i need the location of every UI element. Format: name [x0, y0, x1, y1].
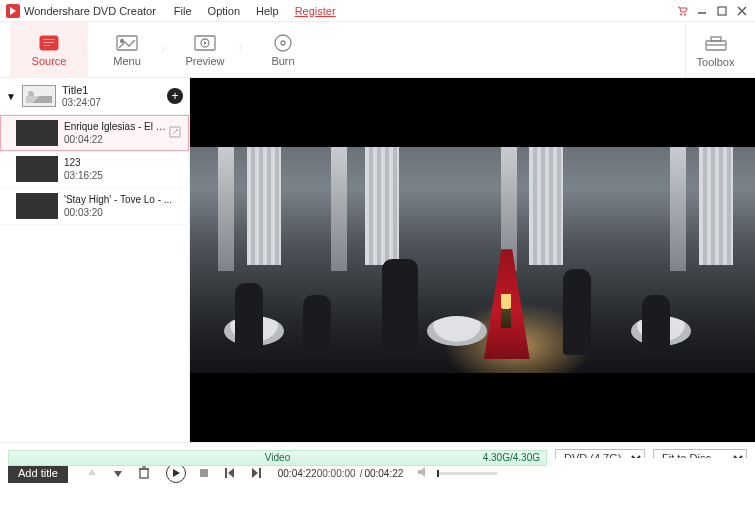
app-logo [6, 4, 20, 18]
time-total: 00:04:22 [364, 468, 403, 479]
clip-item[interactable]: Enrique Iglesias - El Per... 00:04:22 [0, 115, 189, 151]
app-name: Wondershare DVD Creator [24, 5, 156, 17]
tab-toolbox[interactable]: Toolbox [685, 22, 745, 77]
preview-panel [190, 78, 755, 442]
toolbox-icon [703, 32, 729, 54]
clip-name: 'Stay High' - Tove Lo - ... [64, 194, 183, 205]
clip-item[interactable]: 'Stay High' - Tove Lo - ... 00:03:20 [0, 188, 189, 225]
playhead-time: 00:04:22 [278, 468, 317, 479]
svg-rect-5 [43, 39, 55, 41]
next-button[interactable] [248, 465, 264, 481]
tab-source[interactable]: Source 〉 [10, 22, 88, 78]
video-preview[interactable] [190, 78, 755, 442]
tab-toolbox-label: Toolbox [697, 56, 735, 68]
source-icon [37, 33, 61, 53]
svg-point-12 [275, 35, 291, 51]
edit-clip-icon[interactable] [169, 126, 183, 140]
title-name: Title1 [62, 84, 167, 96]
title-row[interactable]: ▼ Title1 03:24:07 + [0, 78, 189, 115]
tab-burn[interactable]: Burn [244, 22, 322, 78]
tab-menu-label: Menu [113, 55, 141, 67]
clip-duration: 00:03:20 [64, 207, 183, 218]
delete-button[interactable] [136, 465, 152, 481]
play-button[interactable] [166, 463, 186, 483]
svg-point-0 [680, 13, 682, 15]
collapse-toggle[interactable]: ▼ [6, 91, 16, 102]
move-down-button[interactable] [110, 465, 126, 481]
svg-rect-15 [711, 37, 721, 41]
menu-option[interactable]: Option [208, 5, 240, 17]
svg-point-9 [121, 39, 124, 42]
move-up-button [84, 465, 100, 481]
menu-file[interactable]: File [174, 5, 192, 17]
menu-register[interactable]: Register [295, 5, 336, 17]
clip-thumbnail [16, 120, 58, 146]
svg-rect-3 [718, 7, 726, 15]
svg-rect-18 [140, 469, 148, 478]
clip-name: Enrique Iglesias - El Per... [64, 121, 169, 132]
clip-duration: 00:04:22 [64, 134, 169, 145]
stop-button[interactable] [196, 465, 212, 481]
time-current: 00:00:00 [317, 468, 356, 479]
clip-thumbnail [16, 193, 58, 219]
minimize-button[interactable] [695, 4, 709, 18]
capacity-label: Video [265, 452, 290, 463]
tab-burn-label: Burn [271, 55, 294, 67]
volume-slider[interactable] [437, 472, 497, 475]
tab-preview[interactable]: Preview 〉 [166, 22, 244, 78]
svg-rect-21 [200, 469, 208, 477]
preview-icon [193, 33, 217, 53]
tab-source-label: Source [32, 55, 67, 67]
close-button[interactable] [735, 4, 749, 18]
menu-icon [115, 33, 139, 53]
title-thumbnail [22, 85, 56, 107]
tab-preview-label: Preview [185, 55, 224, 67]
add-title-button[interactable]: Add title [8, 463, 68, 483]
svg-point-13 [281, 41, 285, 45]
prev-button[interactable] [222, 465, 238, 481]
add-media-button[interactable]: + [167, 88, 183, 104]
svg-point-1 [684, 13, 686, 15]
clip-duration: 03:16:25 [64, 170, 183, 181]
clip-name: 123 [64, 157, 183, 168]
sidebar: ▼ Title1 03:24:07 + Enrique Iglesias - E… [0, 78, 190, 442]
clip-thumbnail [16, 156, 58, 182]
volume-icon[interactable] [417, 466, 431, 480]
burn-icon [271, 33, 295, 53]
capacity-values: 4.30G/4.30G [483, 452, 540, 463]
title-duration: 03:24:07 [62, 97, 167, 108]
clip-item[interactable]: 123 03:16:25 [0, 151, 189, 188]
svg-rect-7 [43, 45, 51, 47]
capacity-bar: Video 4.30G/4.30G [8, 450, 547, 466]
maximize-button[interactable] [715, 4, 729, 18]
tab-menu[interactable]: Menu 〉 [88, 22, 166, 78]
cart-icon[interactable] [675, 4, 689, 18]
svg-rect-6 [43, 42, 55, 44]
menu-help[interactable]: Help [256, 5, 279, 17]
